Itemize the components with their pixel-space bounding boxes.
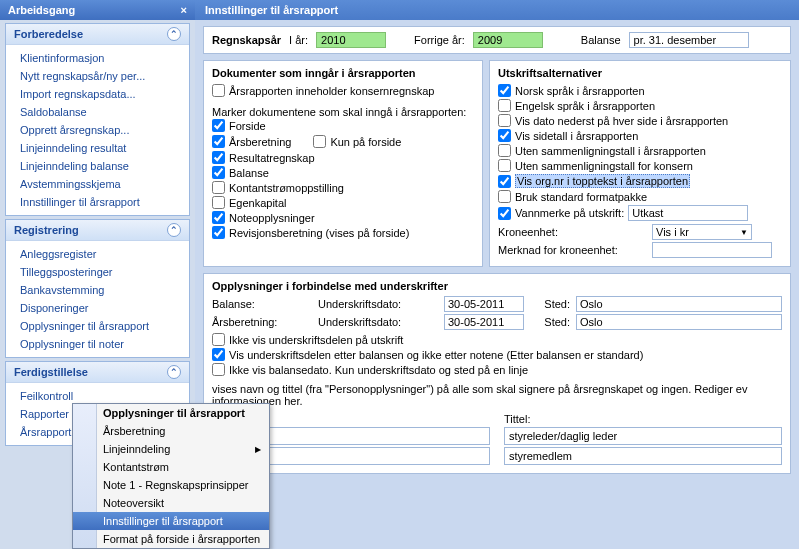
sted2-input[interactable] bbox=[576, 314, 782, 330]
menu-item-label: Innstillinger til årsrapport bbox=[103, 515, 223, 527]
nav-item[interactable]: Bankavstemming bbox=[6, 281, 189, 299]
sidebar-title-text: Arbeidsgang bbox=[8, 4, 75, 16]
chevron-up-icon[interactable]: ⌃ bbox=[167, 27, 181, 41]
print-checkbox[interactable] bbox=[498, 114, 511, 127]
balanse-input[interactable] bbox=[629, 32, 749, 48]
krone-value: Vis i kr bbox=[656, 226, 689, 238]
krone-select[interactable]: Vis i kr▼ bbox=[652, 224, 752, 240]
menu-item-label: Kontantstrøm bbox=[103, 461, 169, 473]
nav-item[interactable]: Import regnskapsdata... bbox=[6, 85, 189, 103]
section-title: Ferdigstillelse bbox=[14, 366, 88, 378]
nav-item[interactable]: Klientinformasjon bbox=[6, 49, 189, 67]
forrige-input[interactable] bbox=[473, 32, 543, 48]
sign-ck3[interactable] bbox=[212, 363, 225, 376]
menu-item[interactable]: Note 1 - Regnskapsprinsipper bbox=[73, 476, 269, 494]
doc-checkbox[interactable] bbox=[212, 135, 225, 148]
krone-label: Kroneenhet: bbox=[498, 226, 648, 238]
main: Innstillinger til årsrapport Regnskapsår… bbox=[195, 0, 799, 549]
kun-forside-label: Kun på forside bbox=[330, 136, 401, 148]
sign-ck2-label: Vis underskriftsdelen etter balansen og … bbox=[229, 349, 643, 361]
title-input[interactable] bbox=[504, 447, 782, 465]
doc-label: Resultatregnskap bbox=[229, 152, 315, 164]
section-title: Forberedelse bbox=[14, 28, 83, 40]
doc-checkbox[interactable] bbox=[212, 181, 225, 194]
chevron-up-icon[interactable]: ⌃ bbox=[167, 365, 181, 379]
nav-item[interactable]: Anleggsregister bbox=[6, 245, 189, 263]
date2-input[interactable] bbox=[444, 314, 524, 330]
nav-item[interactable]: Opplysninger til årsrapport bbox=[6, 317, 189, 335]
title-input[interactable] bbox=[504, 427, 782, 445]
print-label: Norsk språk i årsrapporten bbox=[515, 85, 645, 97]
print-label: Engelsk språk i årsrapporten bbox=[515, 100, 655, 112]
doc-label: Kontantstrømoppstilling bbox=[229, 182, 344, 194]
print-checkbox[interactable] bbox=[498, 84, 511, 97]
doc-label: Egenkapital bbox=[229, 197, 287, 209]
menu-item[interactable]: Opplysninger til årsrapport bbox=[73, 404, 269, 422]
yearbar: Regnskapsår I år: Forrige år: Balanse bbox=[203, 26, 791, 54]
nav-item[interactable]: Innstillinger til årsrapport bbox=[6, 193, 189, 211]
print-label: Uten sammenligningstall i årsrapporten bbox=[515, 145, 706, 157]
menu-item[interactable]: Årsberetning bbox=[73, 422, 269, 440]
doc-checkbox[interactable] bbox=[212, 119, 225, 132]
udato-label: Underskriftsdato: bbox=[318, 316, 438, 328]
menu-item[interactable]: Linjeinndeling▶ bbox=[73, 440, 269, 458]
sign-ck3-label: Ikke vis balansedato. Kun underskriftsda… bbox=[229, 364, 528, 376]
udato-label: Underskriftsdato: bbox=[318, 298, 438, 310]
kun-forside-checkbox[interactable] bbox=[313, 135, 326, 148]
menu-item[interactable]: Innstillinger til årsrapport bbox=[73, 512, 269, 530]
vannmerke-input[interactable] bbox=[628, 205, 748, 221]
nav-item[interactable]: Linjeinndeling balanse bbox=[6, 157, 189, 175]
doc-label: Revisjonsberetning (vises på forside) bbox=[229, 227, 409, 239]
print-label: Uten sammenligningstall for konsern bbox=[515, 160, 693, 172]
sted-label: Sted: bbox=[530, 316, 570, 328]
merknad-input[interactable] bbox=[652, 242, 772, 258]
regnskapsaar-label: Regnskapsår bbox=[212, 34, 281, 46]
doc-label: Årsberetning bbox=[229, 136, 291, 148]
doc-checkbox[interactable] bbox=[212, 226, 225, 239]
print-checkbox[interactable] bbox=[498, 159, 511, 172]
iaar-input[interactable] bbox=[316, 32, 386, 48]
page-title: Innstillinger til årsrapport bbox=[195, 0, 799, 20]
nav-item[interactable]: Saldobalanse bbox=[6, 103, 189, 121]
aarsb-row-label: Årsberetning: bbox=[212, 316, 312, 328]
nav-item[interactable]: Nytt regnskapsår/ny per... bbox=[6, 67, 189, 85]
doc-checkbox[interactable] bbox=[212, 196, 225, 209]
section-registrering: Registrering ⌃ Anleggsregister Tilleggsp… bbox=[5, 219, 190, 358]
nav-item[interactable]: Tilleggsposteringer bbox=[6, 263, 189, 281]
section-header[interactable]: Forberedelse ⌃ bbox=[6, 24, 189, 45]
nav-item[interactable]: Opplysninger til noter bbox=[6, 335, 189, 353]
menu-item[interactable]: Format på forside i årsrapporten bbox=[73, 530, 269, 548]
date1-input[interactable] bbox=[444, 296, 524, 312]
doc-checkbox[interactable] bbox=[212, 211, 225, 224]
menu-item-label: Note 1 - Regnskapsprinsipper bbox=[103, 479, 249, 491]
print-checkbox[interactable] bbox=[498, 175, 511, 188]
print-label: Bruk standard formatpakke bbox=[515, 191, 647, 203]
menu-item[interactable]: Kontantstrøm bbox=[73, 458, 269, 476]
section-header[interactable]: Registrering ⌃ bbox=[6, 220, 189, 241]
nav-item[interactable]: Linjeinndeling resultat bbox=[6, 139, 189, 157]
konsern-checkbox[interactable] bbox=[212, 84, 225, 97]
chevron-up-icon[interactable]: ⌃ bbox=[167, 223, 181, 237]
print-checkbox[interactable] bbox=[498, 99, 511, 112]
sted1-input[interactable] bbox=[576, 296, 782, 312]
sign-ck1[interactable] bbox=[212, 333, 225, 346]
print-checkbox[interactable] bbox=[498, 129, 511, 142]
nav-item[interactable]: Avstemmingsskjema bbox=[6, 175, 189, 193]
doc-label: Balanse bbox=[229, 167, 269, 179]
nav-item[interactable]: Opprett årsregnskap... bbox=[6, 121, 189, 139]
menu-item[interactable]: Noteoversikt bbox=[73, 494, 269, 512]
sign-panel: Opplysninger i forbindelse med underskri… bbox=[203, 273, 791, 474]
print-checkbox[interactable] bbox=[498, 144, 511, 157]
doc-checkbox[interactable] bbox=[212, 151, 225, 164]
print-label: Vis org.nr i topptekst i årsrapporten bbox=[515, 174, 690, 188]
vannmerke-checkbox[interactable] bbox=[498, 207, 511, 220]
doc-checkbox[interactable] bbox=[212, 166, 225, 179]
print-label: Vis dato nederst på hver side i årsrappo… bbox=[515, 115, 728, 127]
sign-ck2[interactable] bbox=[212, 348, 225, 361]
print-checkbox[interactable] bbox=[498, 190, 511, 203]
section-header[interactable]: Ferdigstillelse ⌃ bbox=[6, 362, 189, 383]
vannmerke-label: Vannmerke på utskrift: bbox=[515, 207, 624, 219]
section-title: Registrering bbox=[14, 224, 79, 236]
nav-item[interactable]: Disponeringer bbox=[6, 299, 189, 317]
close-icon[interactable]: × bbox=[181, 4, 187, 16]
